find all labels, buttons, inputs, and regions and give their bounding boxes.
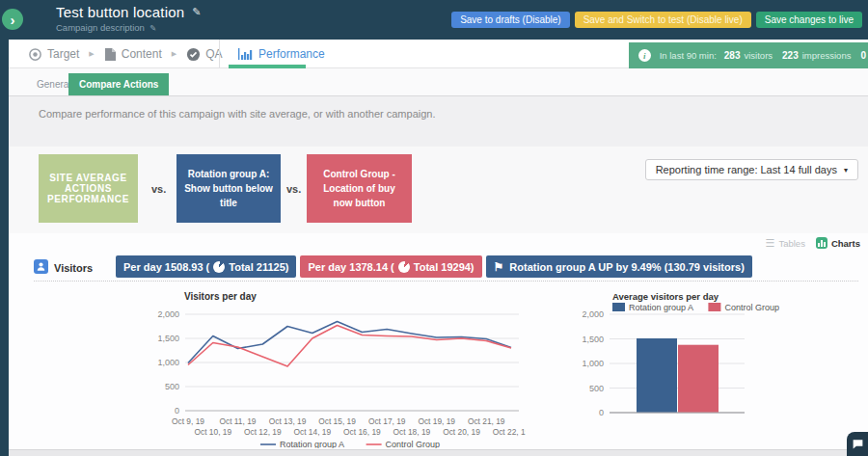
performance-tabs: General Compare Actions: [9, 68, 868, 96]
live-stats-prefix: In last 90 min:: [660, 50, 717, 61]
compare-description: Compare performance of this campaign wit…: [39, 108, 436, 120]
campaign-header: Test button location ✎ Campaign descript…: [0, 0, 868, 40]
svg-text:Oct 17, 19: Oct 17, 19: [368, 416, 406, 426]
svg-text:0: 0: [175, 406, 179, 416]
svg-text:0: 0: [599, 408, 604, 417]
target-icon: [28, 47, 42, 62]
check-circle-icon: [186, 47, 201, 62]
visitors-count: 283: [724, 50, 741, 61]
svg-text:Oct 11, 19: Oct 11, 19: [219, 416, 256, 426]
svg-text:Oct 20, 19: Oct 20, 19: [443, 427, 480, 437]
variation-box[interactable]: Rotation group A: Show button below titl…: [176, 154, 281, 223]
total-value: Total 21125): [229, 261, 288, 273]
svg-text:Rotation group A: Rotation group A: [629, 303, 693, 312]
tables-toggle[interactable]: ☰ Tables: [766, 238, 805, 249]
nav-step-content[interactable]: Content: [104, 47, 162, 62]
variation-visitors-badge: Per day 1508.93 ( Total 21125): [116, 255, 296, 278]
chevron-right-icon: ›: [11, 13, 15, 27]
control-group-box[interactable]: Control Group - Location of buy now butt…: [307, 154, 412, 223]
time-range-label: Reporting time range: Last 14 full days: [656, 164, 837, 175]
view-toggle: ☰ Tables Charts: [766, 237, 860, 249]
svg-text:2,000: 2,000: [582, 309, 604, 319]
pie-icon: [398, 261, 410, 273]
visitors-count-label: visitors: [745, 50, 773, 61]
svg-text:500: 500: [165, 382, 179, 391]
svg-text:1,000: 1,000: [582, 359, 604, 368]
chevron-right-separator-icon: ▶: [89, 50, 94, 58]
nav-step-label: Content: [122, 47, 162, 61]
chart-icon: [816, 237, 827, 249]
app-window: Test button location ✎ Campaign descript…: [0, 0, 868, 456]
svg-text:Oct 15, 19: Oct 15, 19: [318, 416, 356, 426]
performance-label: Performance: [258, 47, 325, 61]
impressions-count: 223: [782, 50, 799, 61]
nav-divider: [219, 40, 220, 67]
svg-text:Visitors per day: Visitors per day: [184, 291, 257, 302]
reporting-time-range-dropdown[interactable]: Reporting time range: Last 14 full days …: [645, 159, 858, 180]
collapsed-sidebar[interactable]: [0, 0, 9, 456]
chat-bubble-icon: [852, 438, 864, 450]
svg-text:Rotation group A: Rotation group A: [280, 440, 344, 448]
svg-text:1,500: 1,500: [157, 334, 179, 343]
tab-compare-actions[interactable]: Compare Actions: [68, 73, 169, 95]
svg-text:1,500: 1,500: [582, 335, 604, 344]
save-actions: Save to drafts (Disable) Save and Switch…: [451, 12, 862, 28]
tables-toggle-label: Tables: [778, 238, 804, 249]
per-day-value: Per day 1508.93 (: [123, 261, 209, 273]
bar-chart-icon: [237, 47, 253, 61]
visitors-label: Visitors: [54, 262, 93, 274]
svg-text:1,000: 1,000: [157, 358, 179, 367]
live-stats-bar: i In last 90 min: 283 visitors 223 impre…: [629, 42, 868, 68]
table-icon: ☰: [766, 238, 775, 249]
site-average-box[interactable]: SITE AVERAGE ACTIONS PERFORMANCE: [39, 154, 138, 223]
average-visitors-bar-chart: Average visitors per dayRotation group A…: [559, 289, 781, 419]
svg-text:Oct 10, 19: Oct 10, 19: [194, 427, 231, 437]
charts-toggle[interactable]: Charts: [816, 237, 860, 249]
save-changes-to-live-button[interactable]: Save changes to live: [756, 12, 862, 28]
edit-title-icon[interactable]: ✎: [192, 6, 201, 18]
chevron-right-separator-icon: ▶: [172, 50, 176, 58]
svg-text:500: 500: [589, 384, 604, 393]
vs-label: vs.: [286, 183, 301, 195]
svg-text:2,000: 2,000: [157, 309, 179, 319]
per-day-value: Per day 1378.14 (: [308, 261, 393, 273]
campaign-title-block: Test button location ✎ Campaign descript…: [56, 4, 201, 33]
total-value: Total 19294): [414, 261, 475, 273]
document-icon: [104, 47, 117, 62]
svg-text:Control Group: Control Group: [386, 440, 441, 448]
svg-text:Oct 22, 19: Oct 22, 19: [493, 427, 526, 437]
sidebar-expand-button[interactable]: ›: [2, 9, 23, 30]
visitors-metric-row: Visitors Per day 1508.93 ( Total 21125) …: [34, 255, 858, 282]
comparison-selector: SITE AVERAGE ACTIONS PERFORMANCE vs. Rot…: [9, 147, 868, 233]
svg-text:Oct 13, 19: Oct 13, 19: [269, 416, 307, 426]
campaign-description-label[interactable]: Campaign description: [56, 22, 145, 33]
extra-count: 0: [860, 50, 866, 61]
visitors-line-chart: Visitors per day05001,0001,5002,000Oct 9…: [140, 284, 526, 448]
svg-text:Oct 12, 19: Oct 12, 19: [244, 427, 282, 437]
save-to-drafts-button[interactable]: Save to drafts (Disable): [451, 12, 570, 28]
pie-icon: [213, 261, 225, 273]
edit-description-icon[interactable]: ✎: [149, 23, 156, 33]
svg-text:Oct 9, 19: Oct 9, 19: [172, 416, 204, 426]
caret-down-icon: ▾: [844, 166, 848, 174]
nav-step-target[interactable]: Target: [28, 47, 79, 62]
control-visitors-badge: Per day 1378.14 ( Total 19294): [300, 255, 481, 278]
charts-panel: ☰ Tables Charts Visitors Per day 1508.93…: [9, 233, 868, 449]
visitors-icon: [34, 259, 48, 274]
svg-text:Oct 14, 19: Oct 14, 19: [293, 427, 331, 437]
svg-text:Oct 18, 19: Oct 18, 19: [393, 427, 431, 437]
svg-text:Control Group: Control Group: [724, 303, 779, 312]
footer: [9, 449, 868, 456]
uplift-text: Rotation group A UP by 9.49% (130.79 vis…: [509, 261, 745, 273]
tab-performance[interactable]: Performance: [237, 40, 325, 67]
page-title: Test button location: [56, 4, 184, 20]
charts-toggle-label: Charts: [831, 238, 860, 249]
save-switch-to-test-button[interactable]: Save and Switch to test (Disable live): [575, 12, 751, 28]
nav-step-qa[interactable]: QA: [186, 47, 222, 62]
svg-text:Oct 21, 19: Oct 21, 19: [468, 416, 505, 426]
svg-text:Oct 19, 19: Oct 19, 19: [418, 416, 455, 426]
svg-text:Average visitors per day: Average visitors per day: [612, 291, 719, 302]
impressions-count-label: impressions: [802, 50, 852, 61]
chat-launcher[interactable]: [847, 432, 868, 456]
svg-text:Oct 16, 19: Oct 16, 19: [343, 427, 381, 437]
